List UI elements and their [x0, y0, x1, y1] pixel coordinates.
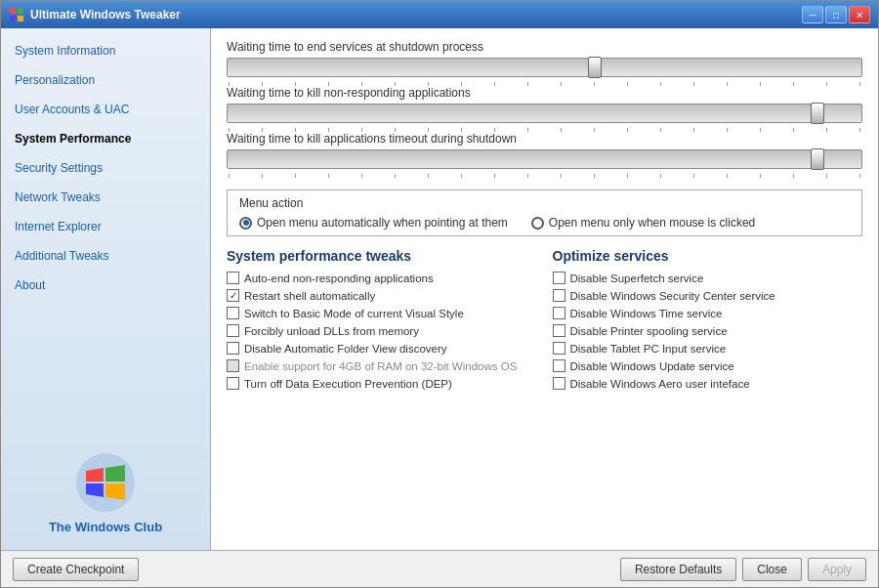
left-tweak-checkbox-1[interactable] [227, 289, 239, 302]
right-tweak-label-4: Disable Tablet PC Input service [570, 343, 727, 355]
left-tweak-checkbox-2[interactable] [227, 307, 239, 319]
content-area: Waiting time to end services at shutdown… [211, 28, 878, 550]
left-tweak-checkbox-4[interactable] [227, 342, 239, 355]
left-tweak-label-3: Forcibly unload DLLs from memory [244, 325, 419, 337]
radio-auto-icon[interactable] [239, 217, 252, 230]
sidebar-item-internet-explorer[interactable]: Internet Explorer [1, 212, 210, 241]
right-tweak-item-1[interactable]: Disable Windows Security Center service [553, 289, 863, 302]
svg-rect-3 [18, 16, 23, 21]
bottom-right-buttons: Restore Defaults Close Apply [620, 558, 866, 581]
radio-option-auto[interactable]: Open menu automatically when pointing at… [239, 216, 508, 230]
right-tweak-checkbox-3[interactable] [553, 324, 565, 337]
windows-logo-icon [74, 451, 137, 514]
slider-section-1: Waiting time to kill non-responding appl… [227, 86, 862, 132]
left-tweak-item-3[interactable]: Forcibly unload DLLs from memory [227, 324, 537, 337]
left-tweak-label-5: Enable support for 4GB of RAM on 32-bit … [244, 360, 517, 372]
app-icon [9, 7, 24, 22]
main-window: Ultimate Windows Tweaker ─ □ ✕ System In… [0, 0, 879, 588]
left-tweak-item-6[interactable]: Turn off Data Execution Prevention (DEP) [227, 377, 537, 390]
close-window-button[interactable]: ✕ [849, 6, 870, 23]
radio-click-label: Open menu only when mouse is clicked [549, 216, 755, 230]
svg-rect-1 [18, 8, 23, 14]
create-checkpoint-button[interactable]: Create Checkpoint [13, 558, 139, 581]
left-tweak-checkbox-5 [227, 359, 239, 372]
left-tweak-checkbox-3[interactable] [227, 324, 239, 337]
sidebar-item-about[interactable]: About [1, 271, 210, 300]
left-tweak-item-5: Enable support for 4GB of RAM on 32-bit … [227, 359, 537, 372]
right-tweak-checkbox-4[interactable] [553, 342, 565, 355]
slider-track-0[interactable] [227, 58, 862, 77]
sidebar-nav: System InformationPersonalizationUser Ac… [1, 36, 210, 300]
slider-track-1[interactable] [227, 104, 862, 123]
sidebar-item-system-performance[interactable]: System Performance [1, 124, 210, 153]
right-tweak-checkbox-2[interactable] [553, 307, 565, 319]
right-tweak-label-0: Disable Superfetch service [570, 273, 704, 284]
right-tweaks-title: Optimize services [553, 248, 863, 264]
right-tweak-item-0[interactable]: Disable Superfetch service [553, 272, 863, 284]
logo-text: The Windows Club [49, 520, 162, 534]
left-tweak-label-1: Restart shell automatically [244, 290, 375, 302]
right-tweak-item-5[interactable]: Disable Windows Update service [553, 359, 863, 372]
left-tweak-label-0: Auto-end non-responding applications [244, 273, 434, 284]
restore-defaults-button[interactable]: Restore Defaults [620, 558, 736, 581]
svg-point-4 [76, 453, 135, 512]
slider-thumb-2[interactable] [811, 148, 824, 170]
left-tweaks-list: Auto-end non-responding applicationsRest… [227, 272, 537, 390]
slider-section-0: Waiting time to end services at shutdown… [227, 40, 862, 86]
title-bar: Ultimate Windows Tweaker ─ □ ✕ [1, 1, 878, 28]
slider-label-2: Waiting time to kill applications timeou… [227, 132, 862, 146]
right-tweak-checkbox-0[interactable] [553, 272, 565, 284]
right-tweak-label-6: Disable Windows Aero user inteface [570, 378, 750, 390]
menu-action-options: Open menu automatically when pointing at… [239, 216, 850, 230]
right-tweak-checkbox-5[interactable] [553, 359, 565, 372]
right-tweak-item-2[interactable]: Disable Windows Time service [553, 307, 863, 319]
minimize-button[interactable]: ─ [802, 6, 823, 23]
slider-thumb-0[interactable] [588, 57, 602, 78]
bottom-bar: Create Checkpoint Restore Defaults Close… [1, 550, 878, 587]
right-tweaks-column: Optimize services Disable Superfetch ser… [553, 248, 863, 395]
left-tweak-label-6: Turn off Data Execution Prevention (DEP) [244, 378, 452, 390]
right-tweaks-list: Disable Superfetch serviceDisable Window… [553, 272, 863, 390]
close-button[interactable]: Close [742, 558, 802, 581]
sidebar-item-additional-tweaks[interactable]: Additional Tweaks [1, 241, 210, 271]
right-tweak-item-4[interactable]: Disable Tablet PC Input service [553, 342, 863, 355]
right-tweak-item-3[interactable]: Disable Printer spooling service [553, 324, 863, 337]
slider-track-2[interactable] [227, 149, 862, 169]
sidebar-item-security-settings[interactable]: Security Settings [1, 153, 210, 183]
slider-section-2: Waiting time to kill applications timeou… [227, 132, 862, 178]
main-content: System InformationPersonalizationUser Ac… [1, 28, 878, 550]
sidebar-item-user-accounts-uac[interactable]: User Accounts & UAC [1, 95, 210, 124]
radio-click-icon[interactable] [531, 217, 544, 230]
slider-label-1: Waiting time to kill non-responding appl… [227, 86, 862, 100]
sidebar: System InformationPersonalizationUser Ac… [1, 28, 211, 550]
left-tweak-item-0[interactable]: Auto-end non-responding applications [227, 272, 537, 284]
bottom-left-buttons: Create Checkpoint [13, 558, 139, 581]
left-tweak-checkbox-6[interactable] [227, 377, 239, 390]
left-tweaks-title: System performance tweaks [227, 248, 537, 264]
left-tweak-checkbox-0[interactable] [227, 272, 239, 284]
menu-action-box: Menu action Open menu automatically when… [227, 189, 862, 236]
left-tweak-item-4[interactable]: Disable Automatic Folder View discovery [227, 342, 537, 355]
sliders-container: Waiting time to end services at shutdown… [227, 40, 862, 178]
sidebar-item-personalization[interactable]: Personalization [1, 65, 210, 95]
left-tweak-label-4: Disable Automatic Folder View discovery [244, 343, 447, 355]
left-tweak-item-2[interactable]: Switch to Basic Mode of current Visual S… [227, 307, 537, 319]
sidebar-item-system-information[interactable]: System Information [1, 36, 210, 65]
radio-auto-label: Open menu automatically when pointing at… [257, 216, 508, 230]
maximize-button[interactable]: □ [825, 6, 847, 23]
sidebar-item-network-tweaks[interactable]: Network Tweaks [1, 183, 210, 212]
slider-label-0: Waiting time to end services at shutdown… [227, 40, 862, 54]
radio-option-click[interactable]: Open menu only when mouse is clicked [531, 216, 755, 230]
right-tweak-checkbox-6[interactable] [553, 377, 565, 390]
title-bar-left: Ultimate Windows Tweaker [9, 7, 181, 22]
right-tweak-item-6[interactable]: Disable Windows Aero user inteface [553, 377, 863, 390]
left-tweak-item-1[interactable]: Restart shell automatically [227, 289, 537, 302]
slider-thumb-1[interactable] [811, 103, 824, 124]
apply-button[interactable]: Apply [808, 558, 866, 581]
tweaks-area: System performance tweaks Auto-end non-r… [227, 248, 862, 395]
left-tweaks-column: System performance tweaks Auto-end non-r… [227, 248, 537, 395]
sidebar-logo: The Windows Club [1, 436, 210, 550]
title-bar-buttons: ─ □ ✕ [802, 6, 870, 23]
window-title: Ultimate Windows Tweaker [30, 8, 181, 21]
right-tweak-checkbox-1[interactable] [553, 289, 565, 302]
